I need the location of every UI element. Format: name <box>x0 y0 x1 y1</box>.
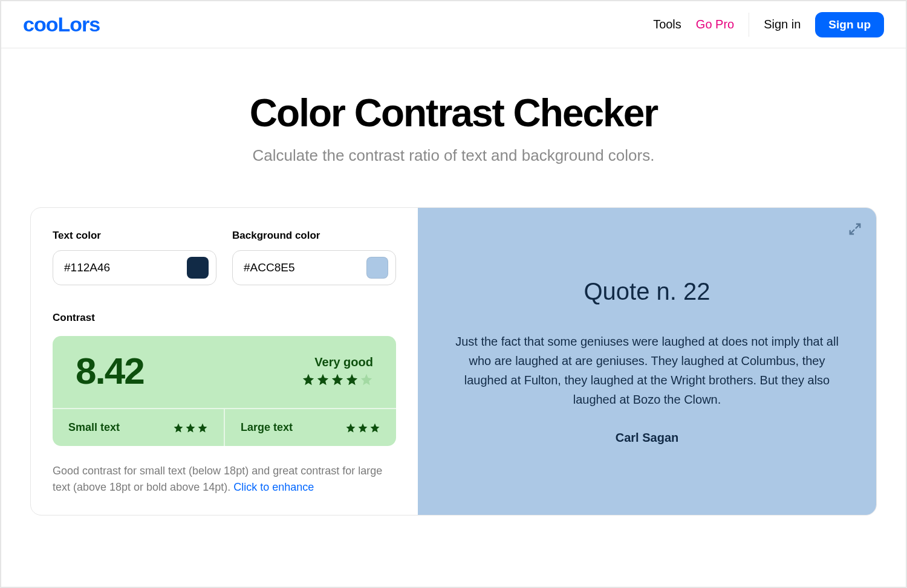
star-icon <box>331 373 344 386</box>
star-icon <box>316 373 330 386</box>
star-icon <box>302 373 315 386</box>
nav: Tools Go Pro Sign in Sign up <box>653 12 884 37</box>
star-icon <box>345 373 359 386</box>
quote-title: Quote n. 22 <box>584 278 710 305</box>
star-icon <box>357 422 368 433</box>
large-text-cell: Large text <box>225 409 396 446</box>
small-text-label: Small text <box>68 421 120 434</box>
controls-panel: Text color Background color Contrast 8.4… <box>31 208 418 515</box>
header: cooLors Tools Go Pro Sign in Sign up <box>1 1 906 48</box>
bg-color-input[interactable] <box>244 261 334 274</box>
large-text-label: Large text <box>241 421 293 434</box>
quote-text: Just the fact that some geniuses were la… <box>454 332 840 409</box>
star-icon <box>185 422 196 433</box>
text-color-group: Text color <box>53 230 216 285</box>
quote-author: Carl Sagan <box>616 431 678 445</box>
contrast-rating-text: Very good <box>302 355 373 369</box>
nav-go-pro[interactable]: Go Pro <box>696 18 734 31</box>
bg-color-input-wrap[interactable] <box>232 250 396 285</box>
logo[interactable]: cooLors <box>23 13 100 36</box>
contrast-stars <box>302 373 373 386</box>
preview-panel: Quote n. 22 Just the fact that some geni… <box>418 208 876 515</box>
text-color-label: Text color <box>53 230 216 242</box>
description-text: Good contrast for small text (below 18pt… <box>53 465 382 493</box>
star-icon <box>345 422 356 433</box>
nav-divider <box>749 13 749 37</box>
text-color-input-wrap[interactable] <box>53 250 216 285</box>
sign-up-button[interactable]: Sign up <box>815 12 884 37</box>
star-icon <box>369 422 380 433</box>
bg-color-label: Background color <box>232 230 396 242</box>
small-text-stars <box>173 422 208 433</box>
text-color-swatch[interactable] <box>187 257 209 279</box>
bg-color-group: Background color <box>232 230 396 285</box>
hero: Color Contrast Checker Calculate the con… <box>1 91 906 165</box>
star-icon-empty <box>360 373 373 386</box>
page-subtitle: Calculate the contrast ratio of text and… <box>1 146 906 165</box>
large-text-stars <box>345 422 380 433</box>
expand-icon[interactable] <box>848 222 862 236</box>
text-color-input[interactable] <box>64 261 155 274</box>
bg-color-swatch[interactable] <box>366 257 388 279</box>
contrast-result: 8.42 Very good Small text <box>53 336 396 446</box>
nav-tools[interactable]: Tools <box>653 18 681 31</box>
star-icon <box>173 422 184 433</box>
contrast-card: Text color Background color Contrast 8.4… <box>30 207 877 515</box>
star-icon <box>197 422 208 433</box>
contrast-ratio: 8.42 <box>76 349 144 392</box>
enhance-link[interactable]: Click to enhance <box>233 481 314 493</box>
sign-in-link[interactable]: Sign in <box>764 18 801 31</box>
page-title: Color Contrast Checker <box>1 91 906 135</box>
small-text-cell: Small text <box>53 409 225 446</box>
contrast-label: Contrast <box>53 312 396 324</box>
contrast-description: Good contrast for small text (below 18pt… <box>53 463 396 496</box>
